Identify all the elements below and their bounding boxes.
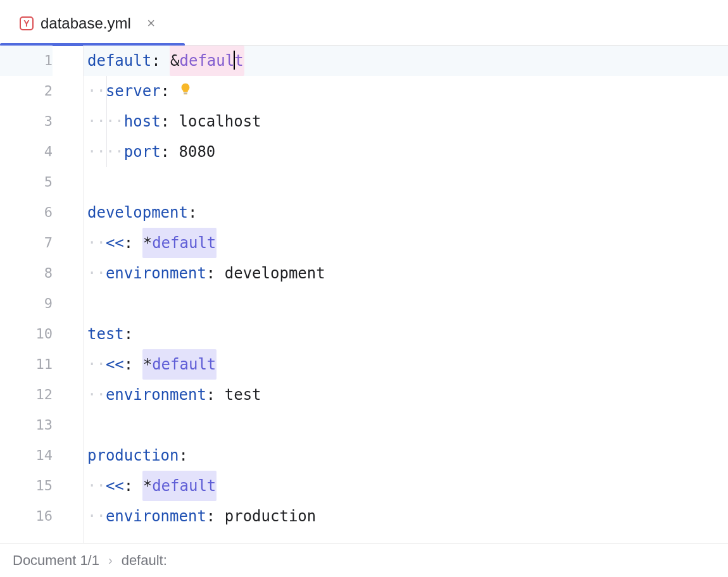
colon: : [161, 106, 170, 137]
whitespace: ···· [87, 106, 124, 137]
tab-file-name: database.yml [41, 15, 131, 32]
whitespace: ·· [87, 76, 106, 106]
space [170, 106, 179, 137]
yaml-file-icon-letter: Y [20, 16, 34, 30]
whitespace: ·· [87, 501, 106, 531]
colon: : [179, 440, 188, 471]
colon: : [161, 137, 170, 167]
line-number: 10 [0, 319, 53, 349]
code-line[interactable] [84, 167, 728, 197]
line-number: 7 [0, 228, 53, 258]
line-number: 12 [0, 380, 53, 410]
star: * [143, 234, 152, 252]
star: * [143, 356, 152, 373]
code-line[interactable]: ····port: 8080 [84, 137, 728, 167]
space [170, 137, 179, 167]
colon: : [124, 319, 133, 349]
merge-key: << [106, 349, 124, 380]
line-number-gutter: 1 2 3 4 5 6 7 8 9 10 11 12 13 14 15 16 [0, 46, 84, 543]
space [133, 228, 142, 258]
code-line[interactable]: default: &default [84, 46, 728, 76]
yaml-value: localhost [179, 106, 261, 137]
space [133, 349, 142, 380]
colon: : [206, 501, 215, 531]
line-number: 6 [0, 197, 53, 228]
indent-guide [106, 76, 107, 167]
line-number: 16 [0, 501, 53, 531]
space [133, 471, 142, 501]
code-line[interactable]: ··<<: *default [84, 349, 728, 380]
yaml-value: development [225, 258, 325, 288]
line-number: 3 [0, 106, 53, 137]
colon: : [206, 258, 215, 288]
line-number: 14 [0, 440, 53, 471]
space [215, 380, 224, 410]
colon: : [206, 380, 215, 410]
breadcrumb: Document 1/1 › default: [0, 543, 728, 577]
line-number: 4 [0, 137, 53, 167]
colon: : [124, 349, 133, 380]
colon: : [151, 46, 160, 76]
code-line[interactable]: ··environment: production [84, 501, 728, 531]
breadcrumb-part[interactable]: default: [122, 552, 167, 569]
whitespace: ·· [87, 228, 106, 258]
line-number: 13 [0, 410, 53, 440]
yaml-alias: default [152, 234, 216, 252]
code-line[interactable] [84, 288, 728, 319]
yaml-key: server [106, 76, 161, 106]
space [215, 258, 224, 288]
code-line[interactable]: production: [84, 440, 728, 471]
yaml-key: host [124, 106, 161, 137]
code-line[interactable]: ··<<: *default [84, 471, 728, 501]
code-editor[interactable]: 1 2 3 4 5 6 7 8 9 10 11 12 13 14 15 16 d… [0, 46, 728, 543]
tab-bar: Y database.yml × [0, 0, 728, 46]
space [215, 501, 224, 531]
breadcrumb-part[interactable]: Document 1/1 [13, 552, 99, 569]
yaml-anchor: t [234, 52, 243, 70]
editor-content[interactable]: default: &default ··server: ····host: lo… [84, 46, 728, 543]
yaml-alias: default [152, 477, 216, 495]
merge-key: << [106, 228, 124, 258]
code-line[interactable]: ··environment: test [84, 380, 728, 410]
whitespace: ·· [87, 349, 106, 380]
yaml-file-icon: Y [19, 16, 34, 31]
yaml-value: 8080 [179, 137, 216, 167]
code-line[interactable]: development: [84, 197, 728, 228]
yaml-alias: default [152, 356, 216, 373]
chevron-right-icon: › [108, 553, 113, 568]
line-number: 9 [0, 288, 53, 319]
code-line[interactable] [84, 410, 728, 440]
code-line[interactable]: ··<<: *default [84, 228, 728, 258]
yaml-key: development [87, 197, 188, 228]
amp: & [170, 52, 179, 70]
whitespace: ·· [87, 471, 106, 501]
close-icon[interactable]: × [144, 16, 159, 31]
colon: : [188, 197, 197, 228]
yaml-key: environment [106, 380, 206, 410]
code-line[interactable]: ··environment: development [84, 258, 728, 288]
line-number: 1 [0, 46, 53, 76]
space [161, 46, 170, 76]
line-number: 5 [0, 167, 53, 197]
editor-tab[interactable]: Y database.yml × [14, 9, 168, 38]
yaml-key: environment [106, 501, 206, 531]
line-number: 8 [0, 258, 53, 288]
yaml-value: production [225, 501, 317, 531]
yaml-key: test [87, 319, 124, 349]
code-line[interactable]: test: [84, 319, 728, 349]
colon: : [124, 471, 133, 501]
merge-key: << [106, 471, 124, 501]
yaml-key: port [124, 137, 161, 167]
yaml-key: production [87, 440, 179, 471]
colon: : [124, 228, 133, 258]
yaml-anchor: defaul [180, 52, 235, 70]
line-number: 2 [0, 76, 53, 106]
yaml-key: default [87, 46, 151, 76]
star: * [143, 477, 152, 495]
whitespace: ···· [87, 137, 124, 167]
yaml-value: test [225, 380, 261, 410]
line-number: 15 [0, 471, 53, 501]
whitespace: ·· [87, 380, 106, 410]
code-line[interactable]: ··server: [84, 76, 728, 106]
code-line[interactable]: ····host: localhost [84, 106, 728, 137]
